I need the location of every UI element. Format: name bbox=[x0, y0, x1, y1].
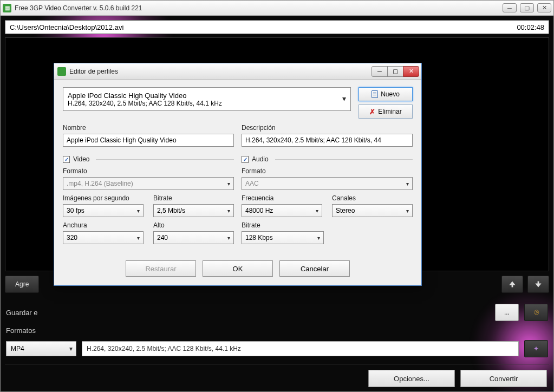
format-select[interactable]: MP4 bbox=[6, 341, 76, 356]
video-section: ✓ Video Formato .mp4, H.264 (Baseline) I… bbox=[63, 155, 234, 244]
video-formato-select: .mp4, H.264 (Baseline) bbox=[63, 177, 234, 190]
audio-formato-label: Formato bbox=[242, 167, 413, 175]
video-bitrate-select[interactable]: 2,5 Mbit/s bbox=[153, 204, 234, 217]
profile-line2: H.264, 320x240, 2.5 Mbit/s; AAC 128 Kbit… bbox=[68, 100, 335, 107]
audio-checkbox[interactable]: ✓ bbox=[242, 156, 249, 163]
dialog-icon bbox=[57, 67, 66, 76]
move-up-button[interactable] bbox=[501, 276, 523, 293]
video-anchura-select[interactable]: 320 bbox=[63, 231, 144, 244]
bottom-panel: Guardar e ... ⧁ Formatos MP4 H.264, 320x… bbox=[5, 300, 549, 364]
restore-button: Restaurar bbox=[126, 260, 196, 277]
video-alto-label: Alto bbox=[153, 221, 234, 229]
delete-profile-button[interactable]: ✗ Eliminar bbox=[359, 104, 413, 119]
video-alto-select[interactable]: 240 bbox=[153, 231, 234, 244]
cancel-button[interactable]: Cancelar bbox=[279, 260, 350, 277]
file-path-bar: C:\Users\Ontecnia\Desktop\2012.avi 00:02… bbox=[5, 20, 549, 34]
video-formato-label: Formato bbox=[63, 167, 234, 175]
profile-editor-button[interactable]: ✦ bbox=[524, 340, 548, 357]
x-icon: ✗ bbox=[369, 108, 375, 116]
duration: 00:02:48 bbox=[517, 23, 544, 31]
arrow-up-icon bbox=[509, 280, 516, 288]
arrow-down-icon bbox=[535, 280, 542, 288]
audio-section: ✓ Audio Formato AAC Frecuencia 48000 Hz bbox=[242, 155, 413, 244]
audio-freq-label: Frecuencia bbox=[242, 194, 322, 202]
nombre-input[interactable] bbox=[63, 134, 234, 147]
ok-button[interactable]: OK bbox=[203, 260, 273, 277]
dialog-titlebar[interactable]: Editor de perfiles ─ ▢ ✕ bbox=[54, 63, 421, 80]
browse-button[interactable]: ... bbox=[495, 304, 519, 321]
desc-label: Descripción bbox=[242, 124, 413, 132]
folder-icon: ⧁ bbox=[534, 309, 539, 316]
app-titlebar[interactable]: ▦ Free 3GP Video Converter v. 5.0.6 buil… bbox=[1, 1, 553, 16]
video-checkbox[interactable]: ✓ bbox=[63, 156, 70, 163]
formats-label: Formatos bbox=[6, 326, 49, 335]
options-button[interactable]: Opciones... bbox=[368, 370, 455, 387]
audio-formato-select: AAC bbox=[242, 177, 413, 190]
audio-bitrate-label: Bitrate bbox=[242, 221, 324, 229]
app-icon: ▦ bbox=[3, 4, 11, 12]
dialog-title: Editor de perfiles bbox=[69, 68, 372, 75]
close-button[interactable]: ✕ bbox=[537, 3, 551, 12]
profile-line1: Apple iPod Classic High Quality Video bbox=[68, 92, 335, 100]
video-ips-label: Imágenes por segundo bbox=[63, 194, 144, 202]
minimize-button[interactable]: ─ bbox=[503, 3, 517, 12]
dialog-body: Apple iPod Classic High Quality Video H.… bbox=[54, 80, 421, 285]
app-title: Free 3GP Video Converter v. 5.0.6 build … bbox=[15, 4, 503, 12]
dialog-maximize-button[interactable]: ▢ bbox=[387, 66, 403, 77]
format-detail: H.264, 320x240, 2.5 Mbit/s; AAC 128 Kbit… bbox=[82, 341, 519, 356]
audio-canales-select[interactable]: Stereo bbox=[332, 204, 413, 217]
nombre-label: Nombre bbox=[63, 124, 234, 132]
dialog-minimize-button[interactable]: ─ bbox=[371, 66, 388, 77]
audio-freq-select[interactable]: 48000 Hz bbox=[242, 204, 322, 217]
video-anchura-label: Anchura bbox=[63, 221, 144, 229]
video-bitrate-label: Bitrate bbox=[153, 194, 234, 202]
audio-header: Audio bbox=[252, 155, 269, 163]
maximize-button[interactable]: ▢ bbox=[520, 3, 534, 12]
footer-row: Opciones... Convertir bbox=[5, 364, 549, 387]
profile-select[interactable]: Apple iPod Classic High Quality Video H.… bbox=[63, 87, 351, 111]
app-window: ▦ Free 3GP Video Converter v. 5.0.6 buil… bbox=[0, 0, 554, 392]
file-path: C:\Users\Ontecnia\Desktop\2012.avi bbox=[10, 23, 517, 31]
video-header: Video bbox=[73, 155, 89, 163]
profile-editor-dialog: Editor de perfiles ─ ▢ ✕ Apple iPod Clas… bbox=[54, 63, 422, 286]
dialog-close-button[interactable]: ✕ bbox=[403, 66, 419, 77]
desc-input[interactable] bbox=[242, 134, 413, 147]
audio-bitrate-select[interactable]: 128 Kbps bbox=[242, 231, 324, 244]
save-label: Guardar e bbox=[6, 309, 49, 317]
convert-button[interactable]: Convertir bbox=[460, 370, 547, 387]
new-profile-button[interactable]: Nuevo bbox=[359, 87, 413, 101]
document-icon bbox=[371, 90, 378, 98]
open-folder-button[interactable]: ⧁ bbox=[524, 304, 548, 321]
video-ips-select[interactable]: 30 fps bbox=[63, 204, 144, 217]
wand-icon: ✦ bbox=[533, 345, 539, 352]
audio-canales-label: Canales bbox=[332, 194, 413, 202]
add-button[interactable]: Agre bbox=[5, 276, 39, 293]
move-down-button[interactable] bbox=[527, 276, 549, 293]
